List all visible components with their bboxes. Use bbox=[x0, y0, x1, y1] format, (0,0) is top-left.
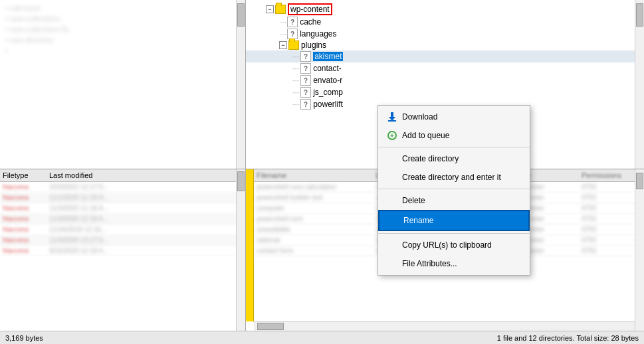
tree-item-plugins[interactable]: − plugins bbox=[246, 40, 644, 50]
left-item-1: ▪ call-issue bbox=[0, 3, 245, 13]
ctx-copy-urls-label: Copy URL(s) to clipboard bbox=[402, 240, 492, 250]
ctx-add-queue[interactable]: + Add to queue bbox=[378, 126, 530, 145]
file-modified: 11/3/2020 11:16:4... bbox=[49, 205, 243, 212]
file-modified: 10/3/2022 12:17:0... bbox=[49, 183, 243, 191]
file-modified: 11/1/2020 11:16:4... bbox=[49, 194, 243, 201]
create-dir-icon bbox=[386, 153, 398, 165]
ctx-file-attributes-label: File Attributes... bbox=[402, 259, 457, 268]
question-icon-contact: ? bbox=[300, 63, 311, 74]
ctx-delete[interactable]: Delete bbox=[378, 191, 530, 210]
status-left: 3,169 bytes bbox=[5, 334, 43, 342]
file-type: htaccess bbox=[3, 215, 49, 222]
file-modified: 11/16/2019 12:16... bbox=[49, 226, 243, 233]
left-item-4: ▪ new directory bbox=[0, 35, 245, 45]
right-file-name: contact form bbox=[257, 247, 376, 254]
ctx-file-attributes[interactable]: File Attributes... bbox=[378, 254, 530, 273]
ctx-create-dir[interactable]: Create directory bbox=[378, 149, 530, 168]
right-tree-scrollbar-thumb bbox=[636, 3, 643, 27]
table-row: htaccess 11/3/2020 12:16:4... bbox=[0, 214, 245, 224]
ctx-sep-1 bbox=[378, 147, 530, 147]
question-icon-powerlift: ? bbox=[300, 99, 311, 110]
label-contact: contact- bbox=[313, 64, 342, 73]
bottom-left-scrollbar[interactable] bbox=[236, 169, 245, 331]
tree-item-jscomp[interactable]: ···· ? js_comp bbox=[246, 86, 644, 98]
folder-icon-wp-content bbox=[275, 5, 286, 14]
svg-text:+: + bbox=[390, 132, 394, 139]
expand-plugins[interactable]: − bbox=[279, 41, 287, 49]
bottom-pane: Filetype Last modified htaccess 10/3/202… bbox=[0, 169, 644, 331]
bottom-right-scrollbar[interactable] bbox=[635, 169, 644, 331]
copy-urls-icon bbox=[386, 239, 398, 251]
tree-item-akismet[interactable]: ···· ? akismet bbox=[246, 50, 644, 62]
right-tree-scrollbar[interactable] bbox=[635, 0, 644, 169]
bottom-right-scrollbar-thumb bbox=[636, 173, 643, 189]
tree-item-envato[interactable]: ···· ? envato-r bbox=[246, 74, 644, 86]
svg-rect-2 bbox=[388, 120, 396, 122]
dotted-contact: ···· bbox=[292, 65, 300, 72]
download-icon bbox=[386, 111, 398, 123]
col-header-type: Filetype bbox=[3, 171, 49, 179]
bottom-right-hscrollbar[interactable] bbox=[254, 321, 635, 331]
tree-item-cache[interactable]: ···· ? cache bbox=[246, 16, 644, 28]
ctx-rename[interactable]: Rename bbox=[378, 210, 530, 231]
ctx-add-queue-label: Add to queue bbox=[402, 131, 449, 140]
tree-item-wp-content[interactable]: − wp-content bbox=[246, 3, 644, 16]
file-attributes-icon bbox=[386, 258, 398, 270]
left-item-2: ▪ new-collections bbox=[0, 13, 245, 24]
file-type: htaccess bbox=[3, 183, 49, 191]
ctx-create-dir-enter[interactable]: Create directory and enter it bbox=[378, 168, 530, 187]
file-type: htaccess bbox=[3, 247, 49, 254]
right-file-perms: 0755 bbox=[582, 183, 641, 191]
label-wp-content: wp-content bbox=[288, 3, 332, 15]
label-cache: cache bbox=[300, 17, 321, 27]
top-pane: ▪ call-issue ▪ new-collections ▪ new-col… bbox=[0, 0, 644, 169]
label-akismet: akismet bbox=[313, 52, 343, 61]
left-file-rows: htaccess 10/3/2022 12:17:0... htaccess 1… bbox=[0, 182, 245, 256]
tree-item-contact[interactable]: ···· ? contact- bbox=[246, 62, 644, 74]
table-row: htaccess 11/1/2020 11:16:4... bbox=[0, 193, 245, 203]
tree-container: − wp-content ···· ? cache ···· ? languag… bbox=[246, 0, 644, 113]
expand-wp-content[interactable]: − bbox=[266, 5, 274, 13]
right-file-perms: 0755 bbox=[582, 247, 641, 254]
col-header-name: Filename bbox=[257, 171, 376, 179]
table-row: htaccess 11/3/2020 13:17:0... bbox=[0, 235, 245, 246]
column-header-left: Filetype Last modified bbox=[0, 169, 245, 182]
ctx-copy-urls[interactable]: Copy URL(s) to clipboard bbox=[378, 236, 530, 254]
tree-item-languages[interactable]: ···· ? languages bbox=[246, 28, 644, 40]
file-type: htaccess bbox=[3, 194, 49, 201]
left-item-5: ▪ bbox=[0, 45, 245, 56]
svg-rect-0 bbox=[391, 112, 393, 117]
question-icon-languages: ? bbox=[287, 29, 298, 39]
ctx-sep-3 bbox=[378, 233, 530, 234]
left-scrollbar-thumb bbox=[237, 3, 245, 27]
file-modified: 11/3/2020 13:17:0... bbox=[49, 236, 243, 244]
right-file-perms: 0755 bbox=[582, 236, 641, 244]
right-file-name: powershell builder test bbox=[257, 194, 376, 201]
ctx-create-dir-label: Create directory bbox=[402, 154, 459, 163]
question-icon-jscomp: ? bbox=[300, 87, 311, 98]
question-icon-cache: ? bbox=[287, 17, 298, 27]
yellow-strip bbox=[246, 169, 254, 321]
ctx-download[interactable]: Download bbox=[378, 108, 530, 126]
col-header-perms: Permissions bbox=[582, 171, 641, 179]
right-file-perms: 0755 bbox=[582, 194, 641, 201]
left-tree-pane: ▪ call-issue ▪ new-collections ▪ new-col… bbox=[0, 0, 246, 169]
status-right: 1 file and 12 directories. Total size: 2… bbox=[497, 334, 639, 342]
ctx-delete-label: Delete bbox=[402, 196, 425, 205]
dotted-envato: ···· bbox=[292, 77, 300, 84]
ctx-create-dir-enter-label: Create directory and enter it bbox=[402, 173, 501, 182]
folder-icon-plugins bbox=[288, 41, 299, 50]
label-envato: envato-r bbox=[313, 76, 342, 85]
ctx-download-label: Download bbox=[402, 112, 437, 122]
label-languages: languages bbox=[300, 29, 336, 39]
dotted-akismet: ···· bbox=[292, 53, 300, 60]
right-file-perms: 0755 bbox=[582, 215, 641, 222]
rename-icon bbox=[387, 215, 399, 226]
file-type: htaccess bbox=[3, 205, 49, 212]
context-menu: Download + Add to queue Create directory… bbox=[377, 105, 530, 276]
file-type: htaccess bbox=[3, 236, 49, 244]
left-tree-scrollbar[interactable] bbox=[236, 0, 245, 169]
question-icon-akismet: ? bbox=[300, 51, 311, 62]
col-header-modified: Last modified bbox=[49, 171, 243, 179]
right-file-name: computer bbox=[257, 205, 376, 212]
